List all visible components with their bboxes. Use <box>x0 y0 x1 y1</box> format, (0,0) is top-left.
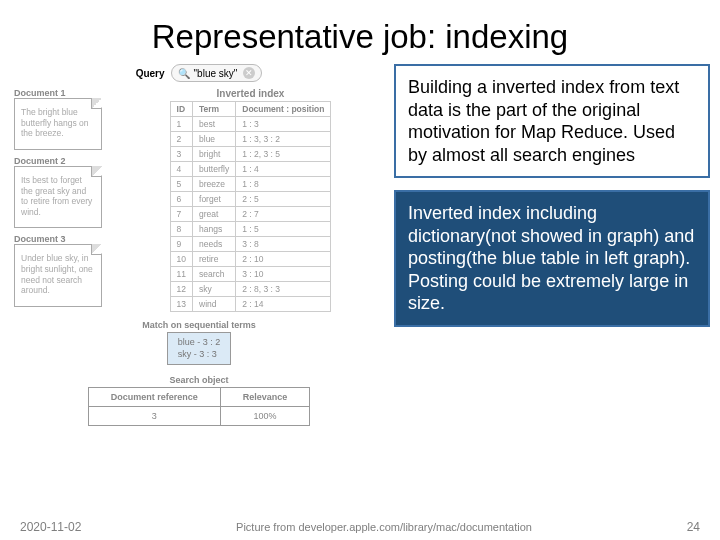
table-cell: 11 <box>170 267 192 282</box>
table-row: 10retire2 : 10 <box>170 252 331 267</box>
clear-icon: ✕ <box>243 67 255 79</box>
footer-credit: Picture from developer.apple.com/library… <box>81 521 686 534</box>
res-h1: Relevance <box>220 388 310 407</box>
inverted-index-table: ID Term Document : position 1best1 : 32b… <box>170 101 332 312</box>
table-cell: 2 : 5 <box>236 192 331 207</box>
table-row: 2blue1 : 3, 3 : 2 <box>170 132 331 147</box>
table-cell: breeze <box>193 177 236 192</box>
table-cell: 2 : 8, 3 : 3 <box>236 282 331 297</box>
table-cell: 5 <box>170 177 192 192</box>
match-box: blue - 3 : 2 sky - 3 : 3 <box>167 332 232 365</box>
table-cell: 13 <box>170 297 192 312</box>
table-row: 5breeze1 : 8 <box>170 177 331 192</box>
inverted-index-label: Inverted index <box>217 88 285 99</box>
table-row: 3bright1 : 2, 3 : 5 <box>170 147 331 162</box>
search-box: 🔍 "blue sky" ✕ <box>171 64 263 82</box>
table-cell: bright <box>193 147 236 162</box>
callout-box-1: Building a inverted index from text data… <box>394 64 710 178</box>
query-label: Query <box>136 68 165 79</box>
table-cell: best <box>193 117 236 132</box>
res-c1: 100% <box>220 407 310 426</box>
table-cell: 8 <box>170 222 192 237</box>
doc-1-body: The bright blue butterfly hangs on the b… <box>14 98 102 150</box>
slide-body: Query 🔍 "blue sky" ✕ Document 1 The brig… <box>0 64 720 426</box>
table-cell: 12 <box>170 282 192 297</box>
callouts-right: Building a inverted index from text data… <box>394 64 710 426</box>
res-c0: 3 <box>88 407 220 426</box>
match-line-1: sky - 3 : 3 <box>178 349 221 361</box>
slide-title: Representative job: indexing <box>0 0 720 64</box>
doc-3-label: Document 3 <box>14 234 109 244</box>
table-cell: 6 <box>170 192 192 207</box>
footer-page: 24 <box>687 520 700 534</box>
table-cell: search <box>193 267 236 282</box>
doc-2-body: Its best to forget the great sky and to … <box>14 166 102 229</box>
table-cell: 2 <box>170 132 192 147</box>
table-cell: retire <box>193 252 236 267</box>
table-cell: 10 <box>170 252 192 267</box>
search-object-table: Document reference Relevance 3 100% <box>88 387 311 426</box>
table-cell: 1 : 3 <box>236 117 331 132</box>
inverted-index-block: Inverted index ID Term Document : positi… <box>117 88 384 312</box>
match-label: Match on sequential terms <box>142 320 256 330</box>
table-row: 8hangs1 : 5 <box>170 222 331 237</box>
table-row: 1best1 : 3 <box>170 117 331 132</box>
callout-box-2: Inverted index including dictionary(not … <box>394 190 710 327</box>
table-row: 13wind2 : 14 <box>170 297 331 312</box>
doc-3: Document 3 Under blue sky, in bright sun… <box>14 234 109 307</box>
table-row: 11search3 : 10 <box>170 267 331 282</box>
footer-date: 2020-11-02 <box>20 520 81 534</box>
table-cell: great <box>193 207 236 222</box>
match-line-0: blue - 3 : 2 <box>178 337 221 349</box>
footer: 2020-11-02 Picture from developer.apple.… <box>0 520 720 534</box>
table-cell: blue <box>193 132 236 147</box>
search-icon: 🔍 <box>178 68 190 79</box>
diagram-left: Query 🔍 "blue sky" ✕ Document 1 The brig… <box>14 64 384 426</box>
idx-h1: Term <box>193 102 236 117</box>
table-cell: 3 : 10 <box>236 267 331 282</box>
table-cell: 9 <box>170 237 192 252</box>
documents-column: Document 1 The bright blue butterfly han… <box>14 88 109 312</box>
table-cell: 4 <box>170 162 192 177</box>
table-cell: forget <box>193 192 236 207</box>
table-row: 9needs3 : 8 <box>170 237 331 252</box>
table-cell: 3 <box>170 147 192 162</box>
table-row: 6forget2 : 5 <box>170 192 331 207</box>
match-block: Match on sequential terms blue - 3 : 2 s… <box>14 320 384 365</box>
table-cell: 3 : 8 <box>236 237 331 252</box>
table-cell: sky <box>193 282 236 297</box>
table-cell: butterfly <box>193 162 236 177</box>
table-cell: 1 <box>170 117 192 132</box>
search-object-block: Search object Document reference Relevan… <box>14 375 384 426</box>
table-cell: 1 : 8 <box>236 177 331 192</box>
table-cell: 7 <box>170 207 192 222</box>
doc-2-label: Document 2 <box>14 156 109 166</box>
query-row: Query 🔍 "blue sky" ✕ <box>14 64 384 82</box>
table-cell: wind <box>193 297 236 312</box>
table-cell: 2 : 7 <box>236 207 331 222</box>
search-object-label: Search object <box>169 375 228 385</box>
table-row: 7great2 : 7 <box>170 207 331 222</box>
search-text: "blue sky" <box>194 68 238 79</box>
table-row: 12sky2 : 8, 3 : 3 <box>170 282 331 297</box>
table-cell: 1 : 2, 3 : 5 <box>236 147 331 162</box>
table-row: 4butterfly1 : 4 <box>170 162 331 177</box>
table-cell: needs <box>193 237 236 252</box>
doc-1-label: Document 1 <box>14 88 109 98</box>
doc-2: Document 2 Its best to forget the great … <box>14 156 109 229</box>
res-h0: Document reference <box>88 388 220 407</box>
table-cell: hangs <box>193 222 236 237</box>
table-cell: 2 : 14 <box>236 297 331 312</box>
doc-3-body: Under blue sky, in bright sunlight, one … <box>14 244 102 307</box>
idx-h2: Document : position <box>236 102 331 117</box>
table-cell: 1 : 4 <box>236 162 331 177</box>
table-cell: 1 : 3, 3 : 2 <box>236 132 331 147</box>
table-cell: 2 : 10 <box>236 252 331 267</box>
table-cell: 1 : 5 <box>236 222 331 237</box>
idx-h0: ID <box>170 102 192 117</box>
doc-1: Document 1 The bright blue butterfly han… <box>14 88 109 150</box>
